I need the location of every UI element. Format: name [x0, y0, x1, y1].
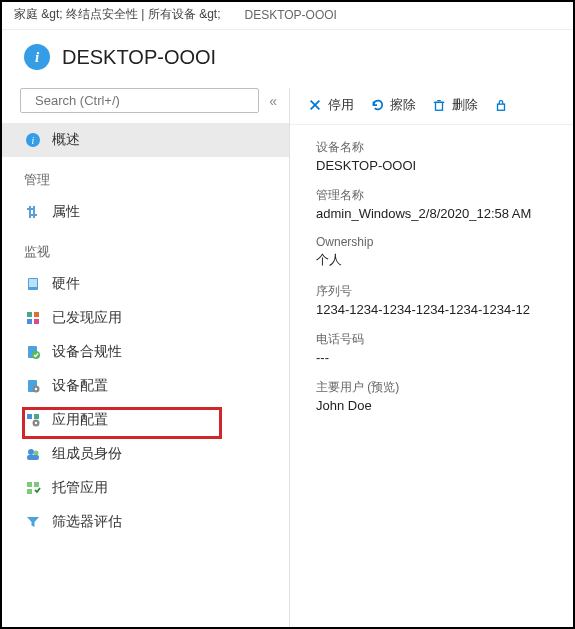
- svg-rect-28: [27, 489, 32, 494]
- delete-button[interactable]: 删除: [432, 96, 478, 114]
- managed-apps-icon: [24, 479, 42, 497]
- svg-rect-31: [436, 102, 443, 110]
- svg-rect-6: [27, 208, 33, 210]
- wipe-button[interactable]: 擦除: [370, 96, 416, 114]
- field-value: 个人: [316, 251, 573, 269]
- field-label: 序列号: [316, 283, 573, 300]
- svg-rect-19: [27, 414, 32, 419]
- breadcrumb-current[interactable]: DESKTOP-OOOI: [244, 8, 336, 22]
- sidebar-item-overview[interactable]: i 概述: [2, 123, 289, 157]
- sidebar-item-label: 组成员身份: [52, 445, 122, 463]
- sidebar-section-monitor: 监视: [2, 229, 289, 267]
- field-ownership: Ownership 个人: [316, 235, 573, 269]
- trash-icon: [432, 98, 446, 112]
- sidebar-item-label: 托管应用: [52, 479, 108, 497]
- info-icon: i: [24, 44, 50, 70]
- field-value: DESKTOP-OOOI: [316, 158, 573, 173]
- sidebar-item-device-config[interactable]: 设备配置: [2, 369, 289, 403]
- sidebar-item-label: 设备合规性: [52, 343, 122, 361]
- sidebar-item-label: 属性: [52, 203, 80, 221]
- svg-point-18: [35, 388, 37, 390]
- toolbar-label: 停用: [328, 96, 354, 114]
- sidebar-item-label: 设备配置: [52, 377, 108, 395]
- sidebar-item-app-config[interactable]: 应用配置: [2, 403, 289, 437]
- disable-button[interactable]: 停用: [308, 96, 354, 114]
- lock-icon: [494, 98, 508, 112]
- svg-text:i: i: [32, 135, 35, 146]
- collapse-sidebar-button[interactable]: «: [265, 93, 281, 109]
- field-label: 主要用户 (预览): [316, 379, 573, 396]
- filter-icon: [24, 513, 42, 531]
- sidebar: « i 概述 管理 属性 监视 硬件 已发现应用: [2, 88, 290, 629]
- field-primary-user: 主要用户 (预览) John Doe: [316, 379, 573, 413]
- sidebar-item-label: 硬件: [52, 275, 80, 293]
- svg-rect-25: [27, 455, 39, 460]
- sidebar-section-manage: 管理: [2, 157, 289, 195]
- apps-icon: [24, 309, 42, 327]
- breadcrumb-path[interactable]: 家庭 &gt; 终结点安全性 | 所有设备 &gt;: [14, 6, 220, 23]
- field-label: Ownership: [316, 235, 573, 249]
- svg-rect-7: [31, 214, 37, 216]
- svg-rect-11: [34, 312, 39, 317]
- sidebar-item-label: 概述: [52, 131, 80, 149]
- toolbar: 停用 擦除 删除: [290, 88, 573, 125]
- details-panel: 设备名称 DESKTOP-OOOI 管理名称 admin_Windows_2/8…: [290, 125, 573, 413]
- toolbar-label: 擦除: [390, 96, 416, 114]
- sidebar-item-managed-apps[interactable]: 托管应用: [2, 471, 289, 505]
- toolbar-label: 删除: [452, 96, 478, 114]
- svg-rect-13: [34, 319, 39, 324]
- compliance-icon: [24, 343, 42, 361]
- field-device-name: 设备名称 DESKTOP-OOOI: [316, 139, 573, 173]
- svg-rect-20: [34, 414, 39, 419]
- field-serial: 序列号 1234-1234-1234-1234-1234-1234-12: [316, 283, 573, 317]
- field-value: 1234-1234-1234-1234-1234-1234-12: [316, 302, 573, 317]
- svg-rect-12: [27, 319, 32, 324]
- svg-point-24: [34, 451, 39, 456]
- field-label: 设备名称: [316, 139, 573, 156]
- field-value: ---: [316, 350, 573, 365]
- sidebar-item-group-membership[interactable]: 组成员身份: [2, 437, 289, 471]
- svg-rect-4: [29, 206, 31, 218]
- sidebar-item-label: 筛选器评估: [52, 513, 122, 531]
- svg-rect-27: [34, 482, 39, 487]
- search-box[interactable]: [20, 88, 259, 113]
- info-small-icon: i: [24, 131, 42, 149]
- main-panel: 停用 擦除 删除 设备名称 DESKTOP-OOOI 管理名称 admin_Wi…: [290, 88, 573, 629]
- sidebar-item-discovered-apps[interactable]: 已发现应用: [2, 301, 289, 335]
- field-phone: 电话号码 ---: [316, 331, 573, 365]
- title-row: i DESKTOP-OOOI: [2, 30, 573, 88]
- svg-rect-34: [498, 104, 505, 110]
- svg-rect-9: [29, 279, 37, 287]
- svg-rect-10: [27, 312, 32, 317]
- field-mgmt-name: 管理名称 admin_Windows_2/8/2020_12:58 AM: [316, 187, 573, 221]
- properties-icon: [24, 203, 42, 221]
- x-icon: [308, 98, 322, 112]
- breadcrumb: 家庭 &gt; 终结点安全性 | 所有设备 &gt; DESKTOP-OOOI: [2, 2, 573, 30]
- page-title: DESKTOP-OOOI: [62, 46, 216, 69]
- sidebar-item-label: 已发现应用: [52, 309, 122, 327]
- sidebar-item-filter-eval[interactable]: 筛选器评估: [2, 505, 289, 539]
- svg-point-22: [35, 422, 37, 424]
- svg-rect-26: [27, 482, 32, 487]
- more-button[interactable]: [494, 98, 508, 112]
- sidebar-item-label: 应用配置: [52, 411, 108, 429]
- search-input[interactable]: [35, 93, 250, 108]
- undo-icon: [370, 98, 384, 112]
- field-label: 电话号码: [316, 331, 573, 348]
- group-icon: [24, 445, 42, 463]
- field-label: 管理名称: [316, 187, 573, 204]
- device-config-icon: [24, 377, 42, 395]
- svg-point-23: [28, 449, 34, 455]
- device-icon: [24, 275, 42, 293]
- sidebar-item-properties[interactable]: 属性: [2, 195, 289, 229]
- sidebar-item-device-compliance[interactable]: 设备合规性: [2, 335, 289, 369]
- svg-rect-5: [33, 206, 35, 218]
- sidebar-item-hardware[interactable]: 硬件: [2, 267, 289, 301]
- field-value: admin_Windows_2/8/2020_12:58 AM: [316, 206, 573, 221]
- app-config-icon: [24, 411, 42, 429]
- field-value: John Doe: [316, 398, 573, 413]
